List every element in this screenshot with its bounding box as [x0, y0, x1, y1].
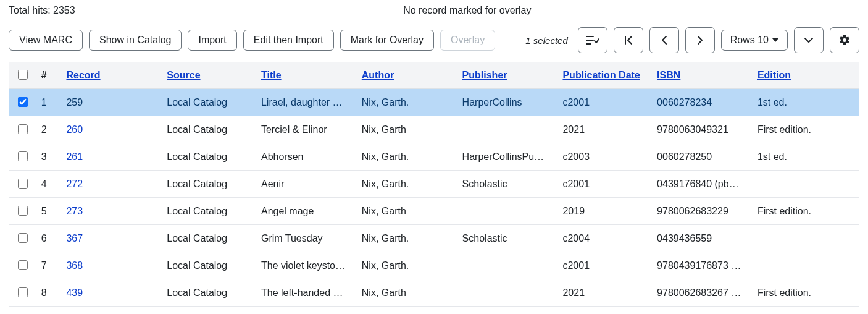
record-link[interactable]: 273: [66, 206, 83, 216]
gear-icon: [838, 34, 851, 46]
row-number: 4: [36, 171, 62, 198]
cell-isbn: 0439176840 (pb…: [652, 171, 753, 198]
cell-title: The left-handed …: [256, 279, 357, 307]
cell-isbn: 9780063049321: [652, 116, 753, 143]
cell-pub-date: c2003: [557, 143, 652, 171]
cell-pub-date: c2001: [557, 171, 652, 198]
cell-publisher: HarperCollinsPu…: [457, 143, 558, 171]
selected-count-label: 1 selected: [525, 35, 567, 46]
record-link[interactable]: 368: [66, 260, 83, 271]
select-visible-button[interactable]: [578, 27, 607, 53]
list-check-icon: [586, 35, 599, 46]
total-hits-label: Total hits: 2353: [9, 5, 75, 16]
record-link[interactable]: 261: [66, 151, 83, 162]
record-link[interactable]: 439: [66, 287, 83, 298]
cell-author: Nix, Garth: [357, 279, 457, 307]
mark-for-overlay-button[interactable]: Mark for Overlay: [340, 30, 434, 51]
cell-title: Angel mage: [256, 198, 357, 225]
chevron-left-icon: [660, 35, 669, 46]
table-row[interactable]: 3261Local CatalogAbhorsenNix, Garth.Harp…: [9, 143, 859, 171]
import-button[interactable]: Import: [188, 30, 236, 51]
table-row[interactable]: 5273Local CatalogAngel mageNix, Garth201…: [9, 198, 859, 225]
row-checkbox[interactable]: [18, 124, 28, 134]
row-number: 7: [36, 252, 62, 279]
cell-author: Nix, Garth: [357, 198, 457, 225]
column-number: #: [36, 62, 62, 89]
cell-title: The violet keysto…: [256, 252, 357, 279]
expand-button[interactable]: [794, 27, 824, 53]
overlay-status-label: No record marked for overlay: [75, 5, 859, 16]
row-checkbox[interactable]: [18, 97, 28, 107]
select-all-checkbox[interactable]: [18, 70, 28, 80]
prev-page-button[interactable]: [649, 27, 679, 53]
column-pub-date[interactable]: Publication Date: [562, 70, 640, 80]
cell-isbn: 9780062683267 …: [652, 279, 753, 307]
cell-publisher: [457, 252, 558, 279]
row-checkbox[interactable]: [18, 287, 28, 297]
cell-source: Local Catalog: [162, 225, 256, 252]
cell-pub-date: c2001: [557, 252, 652, 279]
rows-per-page-button[interactable]: Rows 10: [721, 30, 788, 51]
cell-source: Local Catalog: [162, 279, 256, 307]
cell-isbn: 0060278250: [652, 143, 753, 171]
cell-author: Nix, Garth.: [357, 171, 457, 198]
cell-publisher: [457, 116, 558, 143]
cell-isbn: 9780062683229: [652, 198, 753, 225]
table-row[interactable]: 8439Local CatalogThe left-handed …Nix, G…: [9, 279, 859, 307]
chevron-right-icon: [696, 35, 704, 46]
cell-source: Local Catalog: [162, 116, 256, 143]
row-checkbox[interactable]: [18, 260, 28, 270]
table-row[interactable]: 6367Local CatalogGrim TuesdayNix, Garth.…: [9, 225, 859, 252]
cell-source: Local Catalog: [162, 89, 256, 116]
rows-per-page-label: Rows 10: [730, 35, 769, 46]
cell-author: Nix, Garth: [357, 116, 457, 143]
cell-source: Local Catalog: [162, 198, 256, 225]
column-edition[interactable]: Edition: [757, 70, 791, 80]
column-record[interactable]: Record: [66, 70, 100, 80]
table-row[interactable]: 2260Local CatalogTerciel & ElinorNix, Ga…: [9, 116, 859, 143]
cell-author: Nix, Garth.: [357, 225, 457, 252]
column-source[interactable]: Source: [167, 70, 200, 80]
cell-isbn: 9780439176873 …: [652, 252, 753, 279]
next-page-button[interactable]: [685, 27, 715, 53]
cell-author: Nix, Garth.: [357, 252, 457, 279]
view-marc-button[interactable]: View MARC: [9, 30, 83, 51]
table-row[interactable]: 4272Local CatalogAenirNix, Garth.Scholas…: [9, 171, 859, 198]
column-title[interactable]: Title: [261, 70, 282, 80]
overlay-button: Overlay: [440, 30, 495, 51]
column-publisher[interactable]: Publisher: [462, 70, 507, 80]
cell-publisher: Scholastic: [457, 225, 558, 252]
record-link[interactable]: 260: [66, 124, 83, 135]
cell-title: Abhorsen: [256, 143, 357, 171]
record-link[interactable]: 272: [66, 179, 83, 189]
first-page-button[interactable]: [614, 27, 643, 53]
cell-title: Lirael, daughter …: [256, 89, 357, 116]
cell-publisher: [457, 279, 558, 307]
column-author[interactable]: Author: [362, 70, 394, 80]
cell-pub-date: c2004: [557, 225, 652, 252]
cell-publisher: Scholastic: [457, 171, 558, 198]
cell-title: Terciel & Elinor: [256, 116, 357, 143]
edit-then-import-button[interactable]: Edit then Import: [243, 30, 334, 51]
cell-edition: First edition.: [753, 198, 859, 225]
table-row[interactable]: 7368Local CatalogThe violet keysto…Nix, …: [9, 252, 859, 279]
show-in-catalog-button[interactable]: Show in Catalog: [89, 30, 182, 51]
cell-edition: [753, 252, 859, 279]
row-number: 2: [36, 116, 62, 143]
cell-source: Local Catalog: [162, 252, 256, 279]
row-checkbox[interactable]: [18, 179, 28, 189]
column-isbn[interactable]: ISBN: [657, 70, 680, 80]
cell-isbn: 0439436559: [652, 225, 753, 252]
table-row[interactable]: 1259Local CatalogLirael, daughter …Nix, …: [9, 89, 859, 116]
cell-title: Grim Tuesday: [256, 225, 357, 252]
row-checkbox[interactable]: [18, 151, 28, 161]
row-checkbox[interactable]: [18, 206, 28, 216]
cell-edition: First edition.: [753, 116, 859, 143]
settings-button[interactable]: [830, 27, 859, 53]
record-link[interactable]: 367: [66, 233, 83, 244]
cell-source: Local Catalog: [162, 171, 256, 198]
row-number: 6: [36, 225, 62, 252]
row-number: 3: [36, 143, 62, 171]
record-link[interactable]: 259: [66, 97, 83, 108]
row-checkbox[interactable]: [18, 233, 28, 243]
